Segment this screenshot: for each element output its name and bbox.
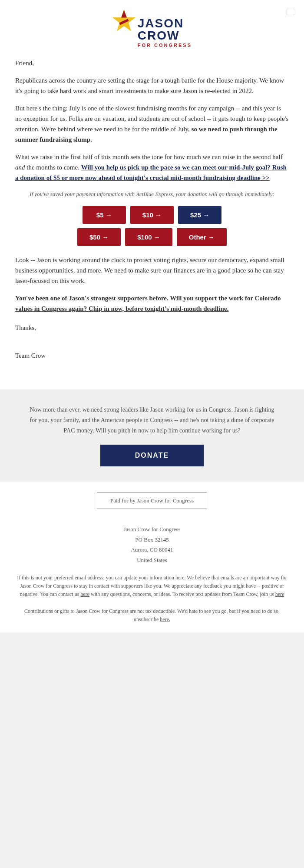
paragraph-3: What we raise in the first half of this … (15, 152, 289, 183)
donate-50-button[interactable]: $50 → (77, 228, 121, 246)
paragraph-5: You've been one of Jason's strongest sup… (15, 293, 289, 314)
logo: JASON CROW FOR CONGRESS (112, 9, 192, 49)
org-name: Jason Crow for Congress (15, 524, 289, 534)
donate-5-button[interactable]: $5 → (83, 206, 126, 224)
unsubscribe-link[interactable]: here. (160, 616, 170, 622)
logo-star-icon (112, 9, 136, 35)
logo-text: JASON CROW FOR CONGRESS (138, 17, 192, 50)
bold-text-1: so we need to push through the summer fu… (15, 126, 278, 143)
signature: Team Crow (15, 350, 289, 361)
text-updates-link[interactable]: here (275, 591, 284, 597)
thanks-text: Thanks, (15, 323, 289, 333)
footer-legal: If this is not your preferred email addr… (0, 569, 304, 632)
paragraph-2: But here's the thing: July is one of the… (15, 103, 289, 145)
support-link[interactable]: You've been one of Jason's strongest sup… (15, 295, 281, 312)
legal-text-1: If this is not your preferred email addr… (15, 574, 289, 599)
donate-other-button[interactable]: Other → (177, 228, 227, 246)
paragraph-4: Look -- Jason is working around the cloc… (15, 255, 289, 286)
callout-text: Now more than ever, we need strong leade… (26, 405, 278, 436)
update-info-link[interactable]: here. (175, 575, 186, 581)
header-corner-image (287, 9, 295, 15)
donate-10-button[interactable]: $10 → (130, 206, 174, 224)
logo-jason: JASON (138, 17, 192, 30)
donate-25-button[interactable]: $25 → (178, 206, 221, 224)
donation-buttons-group: $5 → $10 → $25 → $50 → $100 → Other → (15, 206, 289, 246)
actblue-note: If you've saved your payment information… (15, 190, 289, 199)
btn-row-1: $5 → $10 → $25 → (15, 206, 289, 224)
greeting: Friend, (15, 58, 289, 68)
city-state: Aurora, CO 80041 (15, 545, 289, 555)
callout-box: Now more than ever, we need strong leade… (0, 389, 304, 481)
logo-crow: CROW (138, 30, 192, 42)
donate-big-button[interactable]: DONATE (100, 445, 204, 466)
donation-link[interactable]: Will you help us pick up the pace so we … (15, 164, 287, 181)
email-header: JASON CROW FOR CONGRESS (0, 0, 304, 53)
email-container: JASON CROW FOR CONGRESS Friend, Republic… (0, 0, 304, 632)
legal-text-2: Contributions or gifts to Jason Crow for… (15, 607, 289, 624)
paid-by-text: Paid for by Jason Crow for Congress (110, 497, 194, 504)
donate-100-button[interactable]: $100 → (125, 228, 172, 246)
thanks-section: Thanks, Team Crow (15, 323, 289, 361)
logo-for-congress: FOR CONGRESS (138, 42, 192, 50)
btn-row-2: $50 → $100 → Other → (15, 228, 289, 246)
paid-by-box: Paid for by Jason Crow for Congress (97, 492, 207, 509)
paragraph-1: Republicans across the country are setti… (15, 75, 289, 96)
footer-address: Jason Crow for Congress PO Box 32145 Aur… (0, 520, 304, 569)
svg-marker-1 (121, 10, 127, 17)
contact-link[interactable]: here (80, 591, 89, 597)
paid-by-container: Paid for by Jason Crow for Congress (0, 482, 304, 520)
po-box: PO Box 32145 (15, 535, 289, 545)
country: United States (15, 555, 289, 565)
email-body: Friend, Republicans across the country a… (0, 53, 304, 376)
